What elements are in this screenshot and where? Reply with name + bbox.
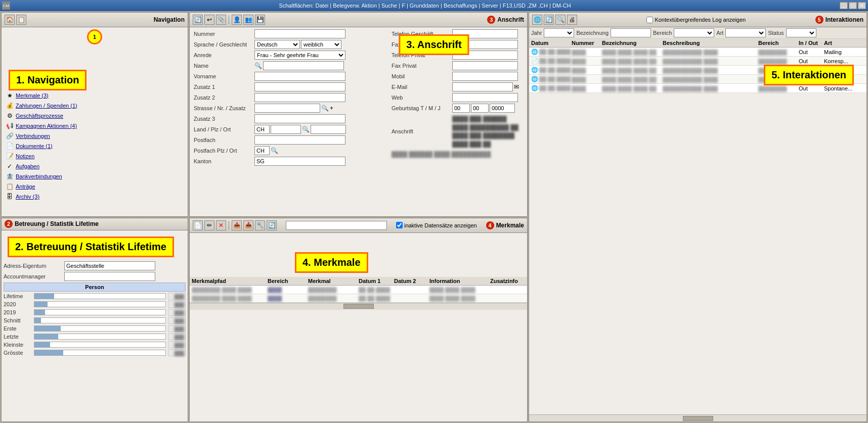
stats-row-value: ███: [168, 333, 186, 340]
nav-item-label[interactable]: Aufgaben: [16, 163, 39, 169]
nav-item-label[interactable]: Anträge: [16, 183, 35, 190]
window-controls[interactable]: _ □ ✕: [840, 2, 866, 9]
nav-item[interactable]: 🔗 Verbindungen: [4, 131, 186, 141]
merkmal-info: ████ ████ ████: [429, 287, 490, 293]
interakt-tb-2[interactable]: 🔄: [544, 15, 554, 25]
web-input[interactable]: [452, 93, 518, 102]
nav-item[interactable]: 🏦 Bankverbindungen: [4, 171, 186, 181]
interakt-tb-1[interactable]: 🌐: [532, 15, 542, 25]
zusatz3-input[interactable]: [254, 114, 345, 123]
merkmale-tb-5[interactable]: 📥: [243, 220, 253, 230]
nav-item-label[interactable]: Verbindungen: [16, 133, 50, 139]
plz-input[interactable]: [271, 125, 301, 134]
nav-icon-2[interactable]: 📋: [16, 15, 26, 25]
postfach-search-icon[interactable]: 🔍: [271, 147, 278, 154]
nav-item-label[interactable]: Geschäftsprozesse: [16, 113, 63, 119]
interaktion-row[interactable]: 🌐 ██.██.████ ████ ████ ████ ████ ██ ████…: [529, 48, 866, 57]
geburtstag-m-input[interactable]: [471, 104, 489, 113]
minimize-button[interactable]: _: [840, 2, 848, 9]
merkmale-tb-new[interactable]: 📄: [193, 220, 203, 230]
close-button[interactable]: ✕: [858, 2, 866, 9]
merkmale-row[interactable]: ████████ ████ ████ ████ ████████ ██.██.█…: [190, 294, 527, 303]
anschrift-tb-4[interactable]: 👤: [232, 15, 242, 25]
postfach-input[interactable]: [254, 135, 345, 145]
interaktion-datum: 📄 ██.██.████: [531, 58, 572, 64]
email-send-icon[interactable]: ✉: [514, 83, 519, 90]
art-filter-select[interactable]: [725, 28, 766, 37]
zusatz2-input[interactable]: [254, 93, 345, 102]
email-input[interactable]: [452, 82, 513, 91]
geburtstag-t-input[interactable]: [452, 104, 470, 113]
merkmale-header: 📄 ✏ ✕ 📤 📥 🔧 🔄 inaktive Datensätze anzeig…: [190, 218, 527, 233]
status-filter-select[interactable]: [786, 28, 816, 37]
merkmale-tb-6[interactable]: 🔧: [255, 220, 265, 230]
merkmale-row[interactable]: ████████ ████ ████ ████ ████████ ██.██.█…: [190, 286, 527, 294]
merkmale-panel: 📄 ✏ ✕ 📤 📥 🔧 🔄 inaktive Datensätze anzeig…: [189, 218, 528, 422]
interakt-tb-search[interactable]: 🔍: [555, 15, 566, 25]
nav-item[interactable]: 🗄 Archiv (3): [4, 192, 186, 202]
nav-item[interactable]: 📄 Dokumente (1): [4, 141, 186, 151]
stats-bar-wrap: ███: [34, 317, 186, 324]
accountmanager-input[interactable]: [64, 272, 155, 281]
maximize-button[interactable]: □: [849, 2, 857, 9]
nav-item-label[interactable]: Bankverbindungen: [16, 173, 62, 179]
name-search-icon[interactable]: 🔍: [254, 62, 262, 69]
kontex-checkbox[interactable]: [646, 17, 653, 23]
mobil-input[interactable]: [452, 72, 518, 81]
nav-item[interactable]: 💰 Zahlungen / Spenden (1): [4, 101, 186, 111]
ort-input[interactable]: [311, 125, 346, 134]
fax-privat-input[interactable]: [452, 61, 518, 70]
interaktionen-hscroll[interactable]: [529, 414, 866, 421]
merkmale-hscroll[interactable]: [190, 303, 527, 310]
nav-item-label[interactable]: Merkmale (3): [16, 92, 49, 99]
kanton-input[interactable]: [254, 157, 345, 166]
name-input[interactable]: [263, 61, 344, 70]
merkmale-tb-4[interactable]: 📤: [232, 220, 242, 230]
nav-item[interactable]: ★ Merkmale (3): [4, 90, 186, 101]
interaktion-beschreibung: ███████████ ████: [663, 58, 758, 64]
vorname-input[interactable]: [254, 72, 345, 81]
nav-icon-1[interactable]: 🏠: [5, 15, 15, 25]
adress-eigentum-input[interactable]: [64, 261, 155, 270]
merkmale-hscroll-thumb[interactable]: [343, 304, 374, 309]
stats-content: 2. Betreuung / Statistik Lifetime Adress…: [2, 230, 188, 422]
nav-item-label[interactable]: Notizen: [16, 153, 34, 159]
anschrift-tb-3[interactable]: 📎: [216, 15, 226, 25]
merkmale-search-input[interactable]: [286, 221, 387, 230]
strasse-add-icon[interactable]: +: [330, 105, 333, 112]
nav-item[interactable]: 📋 Anträge: [4, 181, 186, 192]
bezeichnung-filter-input[interactable]: [611, 28, 651, 37]
nav-item[interactable]: ✓ Aufgaben: [4, 161, 186, 171]
sprache-select[interactable]: Deutsch: [254, 40, 300, 49]
nav-item[interactable]: 📢 Kampagnen Aktionen (4): [4, 121, 186, 131]
anrede-select[interactable]: Frau - Sehr geehrte Frau: [254, 51, 345, 60]
interaktionen-hscroll-thumb[interactable]: [683, 416, 713, 421]
nav-item-label[interactable]: Archiv (3): [16, 194, 39, 200]
nav-item[interactable]: 📝 Notizen: [4, 151, 186, 161]
land-input[interactable]: [254, 125, 270, 134]
merkmale-tb-del[interactable]: ✕: [216, 220, 226, 230]
plz-search-icon[interactable]: 🔍: [302, 126, 310, 133]
zusatz1-input[interactable]: [254, 82, 345, 91]
interakt-tb-print[interactable]: 🖨: [567, 15, 577, 25]
nav-item-label[interactable]: Zahlungen / Spenden (1): [16, 103, 77, 109]
nav-item-label[interactable]: Kampagnen Aktionen (4): [16, 123, 77, 129]
strasse-input[interactable]: [254, 104, 320, 113]
nummer-input[interactable]: [254, 29, 345, 38]
anschrift-tb-5[interactable]: 👥: [243, 15, 253, 25]
interaktion-nummer: ████: [572, 67, 602, 73]
anschrift-tb-1[interactable]: 🔄: [193, 15, 203, 25]
strasse-search-icon[interactable]: 🔍: [321, 105, 329, 112]
merkmale-inactive-checkbox[interactable]: [396, 222, 403, 228]
merkmale-tb-7[interactable]: 🔄: [267, 220, 277, 230]
merkmale-tb-edit[interactable]: ✏: [204, 220, 214, 230]
nav-item-label[interactable]: Dokumente (1): [16, 143, 53, 149]
geschlecht-select[interactable]: weiblich: [301, 40, 341, 49]
nav-item[interactable]: ⚙ Geschäftsprozesse: [4, 111, 186, 121]
geburtstag-j-input[interactable]: [490, 104, 515, 113]
bereich-filter-select[interactable]: [674, 28, 714, 37]
anschrift-tb-save[interactable]: 💾: [255, 15, 265, 25]
jahr-filter-select[interactable]: [544, 28, 574, 37]
postfach-plz-input[interactable]: [254, 146, 270, 155]
anschrift-tb-2[interactable]: ↩: [204, 15, 214, 25]
